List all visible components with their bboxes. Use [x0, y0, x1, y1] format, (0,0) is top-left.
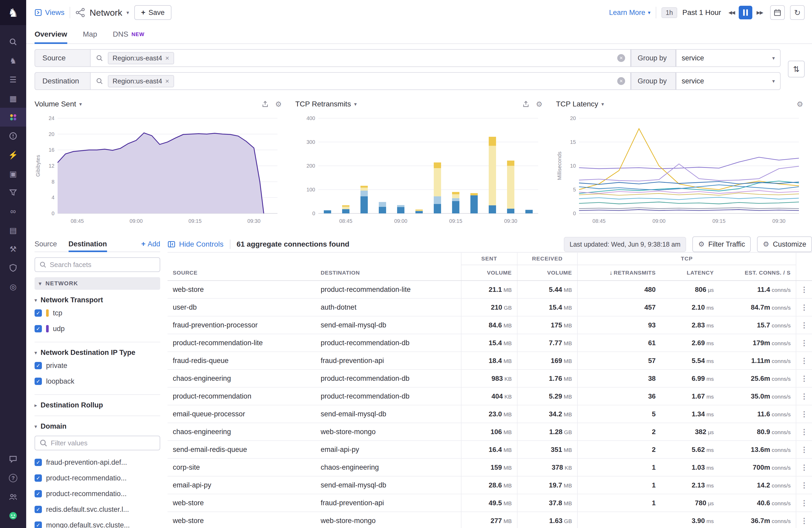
- row-menu-button[interactable]: ⋮: [796, 298, 812, 316]
- time-range-label[interactable]: Past 1 Hour: [682, 9, 721, 17]
- monitors-icon[interactable]: [0, 126, 26, 146]
- checkbox-checked[interactable]: ✓: [34, 474, 42, 482]
- filter-tag[interactable]: Region:us-east4×: [108, 75, 174, 87]
- chart-title[interactable]: TCP Retransmits: [295, 100, 351, 108]
- facet-item[interactable]: ✓product-recommendatio...: [34, 471, 160, 485]
- save-button[interactable]: + Save: [134, 5, 172, 20]
- export-icon[interactable]: [261, 101, 269, 108]
- apm-icon[interactable]: ∞: [0, 202, 26, 221]
- network-section-header[interactable]: ▾ NETWORK: [34, 277, 160, 290]
- gear-icon[interactable]: ⚙: [275, 100, 282, 108]
- tab-overview[interactable]: Overview: [34, 25, 67, 43]
- search-facets-input[interactable]: [50, 261, 156, 269]
- row-menu-button[interactable]: ⋮: [796, 281, 812, 298]
- facet-tab-destination[interactable]: Destination: [69, 237, 107, 252]
- connection-row[interactable]: send-email-redis-queueemail-api-py16.4MB…: [168, 441, 812, 458]
- facet-item[interactable]: ✓fraud-prevention-api.def...: [34, 455, 160, 469]
- row-menu-button[interactable]: ⋮: [796, 458, 812, 476]
- connection-row[interactable]: web-storefraud-prevention-api49.5MB37.8M…: [168, 494, 812, 512]
- rewind-button[interactable]: ◀◀: [726, 6, 737, 18]
- facet-item[interactable]: ✓redis.default.svc.cluster.l...: [34, 503, 160, 516]
- learn-more-dropdown[interactable]: Learn More ▾: [609, 9, 651, 17]
- checkbox-checked[interactable]: ✓: [34, 490, 42, 497]
- search-icon[interactable]: [0, 32, 26, 51]
- filter-tag[interactable]: Region:us-east4×: [108, 52, 174, 64]
- tab-map[interactable]: Map: [83, 25, 97, 43]
- destination-filter-input[interactable]: Region:us-east4× ×: [90, 72, 631, 90]
- watchdog-icon[interactable]: ♞: [0, 51, 26, 70]
- export-icon[interactable]: [522, 101, 530, 108]
- gear-icon[interactable]: ⚙: [797, 100, 803, 108]
- facet-item[interactable]: ✓mongo.default.svc.cluste...: [34, 518, 160, 528]
- connection-row[interactable]: user-dbauth-dotnet210GB15.4MB4572.10ms84…: [168, 298, 812, 316]
- row-menu-button[interactable]: ⋮: [796, 494, 812, 512]
- hide-controls-button[interactable]: Hide Controls: [168, 240, 223, 248]
- synthetics-icon[interactable]: ⚡: [0, 146, 26, 164]
- ux-monitoring-icon[interactable]: ◎: [0, 277, 26, 296]
- close-icon[interactable]: ×: [165, 54, 169, 62]
- connection-row[interactable]: web-storeweb-store-mongo277MB1.63GB3.90m…: [168, 512, 812, 528]
- bits-icon[interactable]: [0, 506, 26, 525]
- facet-item[interactable]: ✓product-recommendatio...: [34, 487, 160, 500]
- row-menu-button[interactable]: ⋮: [796, 441, 812, 458]
- row-menu-button[interactable]: ⋮: [796, 387, 812, 405]
- column-sent-volume[interactable]: VOLUME: [461, 265, 517, 281]
- time-range-badge[interactable]: 1h: [662, 7, 677, 18]
- notebooks-icon[interactable]: ▤: [0, 221, 26, 240]
- security-icon[interactable]: [0, 258, 26, 277]
- page-title-wrap[interactable]: Network ▾: [75, 7, 129, 18]
- connection-row[interactable]: product-recommendation-liteproduct-recom…: [168, 334, 812, 352]
- checkbox-checked[interactable]: ✓: [34, 459, 42, 466]
- connection-row[interactable]: fraud-prevention-processorsend-email-mys…: [168, 316, 812, 334]
- account-icon[interactable]: [0, 487, 26, 506]
- source-filter-input[interactable]: Region:us-east4× ×: [90, 49, 631, 67]
- facet-group-header[interactable]: ▾Domain: [34, 422, 160, 431]
- facet-item[interactable]: ✓udp: [34, 322, 160, 335]
- row-menu-button[interactable]: ⋮: [796, 476, 812, 494]
- checkbox-checked[interactable]: ✓: [34, 362, 42, 369]
- network-icon[interactable]: [0, 108, 26, 126]
- facet-filter-box[interactable]: [34, 436, 160, 450]
- refresh-button[interactable]: ↻: [790, 5, 805, 20]
- infrastructure-icon[interactable]: ▣: [0, 164, 26, 183]
- connection-row[interactable]: chaos-engineeringproduct-recommendation-…: [168, 369, 812, 387]
- facet-item[interactable]: ✓tcp: [34, 306, 160, 320]
- column-destination[interactable]: DESTINATION: [316, 265, 461, 281]
- facet-group-header[interactable]: ▸Destination Rollup: [34, 401, 160, 409]
- tcp-retransmits-plot[interactable]: 010020030040008:4509:0009:1509:30: [295, 112, 542, 227]
- chevron-down-icon[interactable]: ▾: [79, 101, 82, 107]
- customize-button[interactable]: ⚙Customize: [757, 237, 812, 252]
- row-menu-button[interactable]: ⋮: [796, 316, 812, 334]
- column-retransmits[interactable]: ↓RETRANSMITS: [578, 265, 661, 281]
- volume-sent-plot[interactable]: 04812162024Gibibytes08:4509:0009:1509:30: [34, 112, 282, 227]
- checkbox-checked[interactable]: ✓: [34, 310, 42, 317]
- datadog-logo[interactable]: ♞: [0, 0, 26, 25]
- connection-row[interactable]: email-queue-processorsend-email-mysql-db…: [168, 405, 812, 423]
- checkbox-checked[interactable]: ✓: [34, 325, 42, 332]
- column-source[interactable]: SOURCE: [168, 265, 316, 281]
- column-latency[interactable]: LATENCY: [661, 265, 719, 281]
- clear-filter-icon[interactable]: ×: [617, 77, 625, 85]
- clear-filter-icon[interactable]: ×: [617, 54, 625, 62]
- logs-icon[interactable]: [0, 183, 26, 202]
- facet-item[interactable]: ✓loopback: [34, 375, 160, 388]
- tcp-latency-plot[interactable]: 05101520Milliseconds08:4509:0009:1509:30: [556, 112, 803, 227]
- help-icon[interactable]: ?: [0, 469, 26, 487]
- connection-row[interactable]: chaos-engineeringweb-store-mongo106MB1.2…: [168, 423, 812, 441]
- facet-item[interactable]: ✓private: [34, 359, 160, 373]
- gear-icon[interactable]: ⚙: [536, 100, 542, 108]
- swap-source-destination-button[interactable]: ⇅: [788, 61, 805, 77]
- connection-row[interactable]: web-storeproduct-recommendation-lite21.1…: [168, 281, 812, 298]
- column-received-volume[interactable]: VOLUME: [517, 265, 578, 281]
- events-icon[interactable]: ☰: [0, 70, 26, 89]
- add-facet-button[interactable]: +Add: [141, 237, 160, 252]
- chat-icon[interactable]: [0, 450, 26, 469]
- row-menu-button[interactable]: ⋮: [796, 334, 812, 352]
- chevron-down-icon[interactable]: ▾: [601, 101, 604, 107]
- chart-title[interactable]: Volume Sent: [34, 100, 76, 108]
- connection-row[interactable]: corp-sitechaos-engineering159MB378KB11.0…: [168, 458, 812, 476]
- column-est-conns[interactable]: EST. CONNS. / S: [719, 265, 796, 281]
- connection-row[interactable]: product-recommendationproduct-recommenda…: [168, 387, 812, 405]
- row-menu-button[interactable]: ⋮: [796, 405, 812, 423]
- row-menu-button[interactable]: ⋮: [796, 423, 812, 441]
